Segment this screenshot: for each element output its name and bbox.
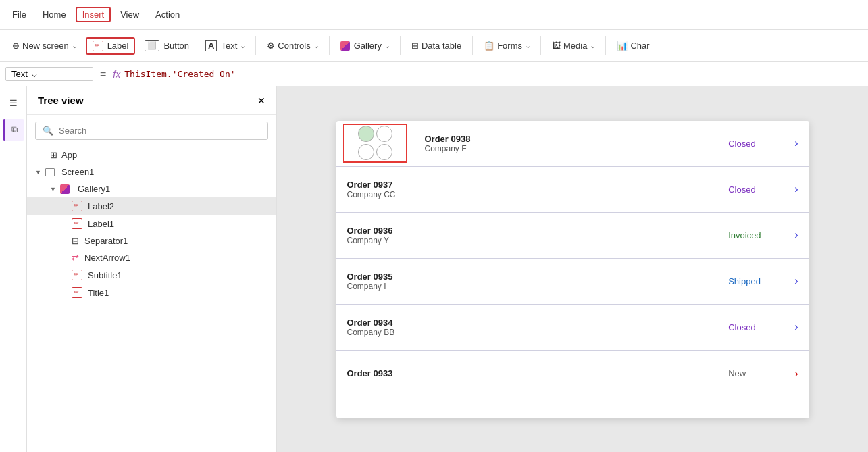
forms-icon: 📋 xyxy=(484,41,494,51)
forms-button[interactable]: 📋 Forms ⌵ xyxy=(477,37,536,54)
controls-button[interactable]: ⚙ Controls ⌵ xyxy=(260,37,324,54)
tree-item-nextarrow1[interactable]: ⇄ NextArrow1 xyxy=(27,249,276,266)
chart-button[interactable]: 📊 Char xyxy=(610,37,656,54)
tree-close-button[interactable]: ✕ xyxy=(257,95,265,106)
sidebar-hamburger[interactable]: ☰ xyxy=(3,92,24,114)
screen-icon xyxy=(45,168,55,176)
app-canvas: Order 0938 Company F Closed › Order 0937… xyxy=(336,121,809,418)
text-button[interactable]: A Text ⌵ xyxy=(199,36,251,55)
row-2-arrow: › xyxy=(794,229,798,241)
gallery1-icon xyxy=(60,184,70,194)
gallery1-expand xyxy=(50,186,56,193)
menu-insert[interactable]: Insert xyxy=(76,7,111,22)
gallery-chevron: ⌵ xyxy=(386,43,389,49)
row-4-arrow: › xyxy=(794,321,798,333)
tree-item-label2[interactable]: Label2 xyxy=(27,197,276,215)
row-4-status: Closed xyxy=(728,322,789,332)
menu-action[interactable]: Action xyxy=(149,7,186,22)
row-2-left: Order 0936 Company Y xyxy=(347,226,729,245)
tree-panel: Tree view ✕ 🔍 ⊞ App Screen1 xyxy=(27,86,277,452)
row-3-arrow: › xyxy=(794,275,798,287)
gallery-button[interactable]: Gallery ⌵ xyxy=(334,37,396,54)
nextarrow1-label: NextArrow1 xyxy=(84,253,130,263)
tree-header: Tree view ✕ xyxy=(27,86,276,115)
gallery-row-4[interactable]: Order 0934 Company BB Closed › xyxy=(336,305,809,351)
subtitle1-label: Subtitle1 xyxy=(88,270,122,280)
row-2-order: Order 0936 xyxy=(347,226,729,236)
toolbar-separator-2 xyxy=(329,36,330,55)
forms-chevron: ⌵ xyxy=(526,43,530,49)
row-1-company: Company CC xyxy=(347,190,729,199)
formula-bar: Text ⌵ = fx ThisItem.'Created On' xyxy=(0,62,868,86)
property-selector[interactable]: Text ⌵ xyxy=(5,67,93,81)
screen1-expand xyxy=(35,169,41,176)
title1-icon xyxy=(72,287,82,298)
bubble-bl xyxy=(358,144,374,160)
gallery-row-3[interactable]: Order 0935 Company I Shipped › xyxy=(336,259,809,305)
new-screen-icon: ⊕ xyxy=(12,41,20,51)
menu-view[interactable]: View xyxy=(113,7,146,22)
search-input[interactable] xyxy=(59,126,261,136)
datatable-button[interactable]: ⊞ Data table xyxy=(405,37,468,54)
row-2-status: Invoiced xyxy=(728,230,789,241)
formula-expression[interactable]: ThisItem.'Created On' xyxy=(124,69,863,79)
tree-item-app[interactable]: ⊞ App xyxy=(27,147,276,164)
menu-home[interactable]: Home xyxy=(36,7,73,22)
toolbar-separator-6 xyxy=(605,36,606,55)
new-screen-button[interactable]: ⊕ New screen ⌵ xyxy=(5,37,83,54)
bubble-br xyxy=(376,144,392,160)
gallery-row-5[interactable]: Order 0933 New › xyxy=(336,351,809,397)
new-screen-chevron: ⌵ xyxy=(73,43,76,49)
separator1-icon: ⊟ xyxy=(72,236,79,246)
property-value: Text xyxy=(11,69,28,79)
row-1-status: Closed xyxy=(728,184,789,195)
label2-icon xyxy=(72,201,82,211)
menu-file[interactable]: File xyxy=(5,7,33,22)
gallery-row-1[interactable]: Order 0937 Company CC Closed › xyxy=(336,167,809,213)
row-5-status: New xyxy=(728,368,789,378)
row-3-status: Shipped xyxy=(728,276,789,286)
separator1-label: Separator1 xyxy=(84,236,128,246)
row-3-order: Order 0935 xyxy=(347,272,729,282)
canvas-area: Order 0938 Company F Closed › Order 0937… xyxy=(277,86,868,452)
controls-chevron: ⌵ xyxy=(315,43,318,49)
search-icon: 🔍 xyxy=(43,126,53,136)
gallery-row-0[interactable]: Order 0938 Company F Closed › xyxy=(336,121,809,167)
button-button[interactable]: ⬜ Button xyxy=(138,36,196,55)
gallery1-label: Gallery1 xyxy=(78,184,110,194)
tree-item-screen1[interactable]: Screen1 xyxy=(27,164,276,180)
media-icon: 🖼 xyxy=(552,41,561,51)
tree-search-box[interactable]: 🔍 xyxy=(35,122,268,140)
media-chevron: ⌵ xyxy=(591,43,594,49)
label-button[interactable]: Label xyxy=(86,37,136,55)
screen1-label: Screen1 xyxy=(61,167,94,177)
menu-bar: File Home Insert View Action xyxy=(0,0,868,30)
row-1-left: Order 0937 Company CC xyxy=(347,180,729,199)
layers-icon: ⧉ xyxy=(11,124,18,135)
row-1-arrow: › xyxy=(794,183,798,195)
tree-item-label1[interactable]: Label1 xyxy=(27,215,276,232)
tree-item-title1[interactable]: Title1 xyxy=(27,284,276,301)
sidebar-layers[interactable]: ⧉ xyxy=(3,119,24,141)
label1-label: Label1 xyxy=(88,219,114,229)
text-chevron: ⌵ xyxy=(241,43,245,49)
row-5-arrow: › xyxy=(794,368,798,380)
gallery-row-2[interactable]: Order 0936 Company Y Invoiced › xyxy=(336,213,809,259)
tree-item-separator1[interactable]: ⊟ Separator1 xyxy=(27,232,276,249)
controls-icon: ⚙ xyxy=(267,41,275,51)
datatable-icon: ⊞ xyxy=(411,41,419,51)
tree-item-gallery1[interactable]: Gallery1 xyxy=(27,180,276,197)
gallery: Order 0938 Company F Closed › Order 0937… xyxy=(336,121,809,418)
hamburger-icon: ☰ xyxy=(9,98,18,108)
bubble-group xyxy=(355,123,395,163)
row-5-order: Order 0933 xyxy=(347,368,729,378)
label2-label: Label2 xyxy=(88,201,114,211)
row-5-left: Order 0933 xyxy=(347,368,729,378)
row-0-status: Closed xyxy=(728,139,789,149)
media-button[interactable]: 🖼 Media ⌵ xyxy=(545,37,601,54)
selected-cell-box xyxy=(343,124,407,163)
row-4-company: Company BB xyxy=(347,328,729,337)
nextarrow1-icon: ⇄ xyxy=(72,253,79,263)
tree-item-subtitle1[interactable]: Subtitle1 xyxy=(27,266,276,284)
equals-sign: = xyxy=(100,68,106,80)
